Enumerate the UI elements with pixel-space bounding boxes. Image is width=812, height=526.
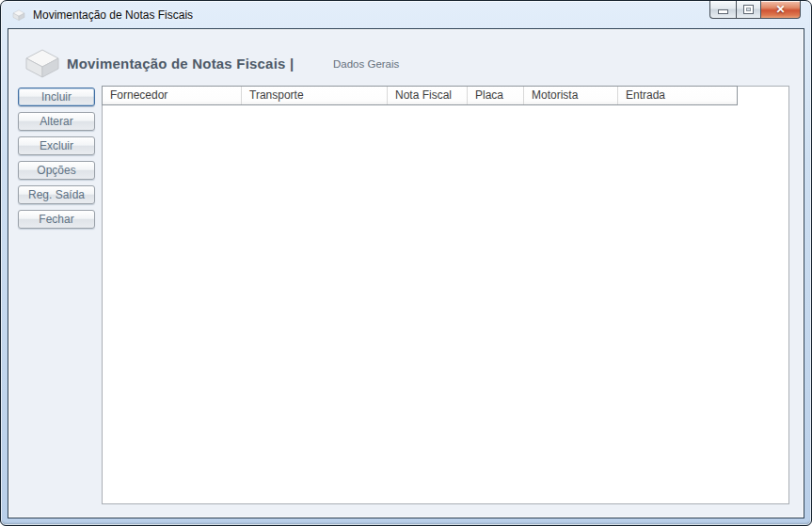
minimize-icon (719, 10, 727, 13)
grid-header: Fornecedor Transporte Nota Fiscal Placa … (102, 86, 738, 105)
grid-body-empty[interactable] (103, 105, 788, 503)
column-header-motorista[interactable]: Motorista (524, 87, 618, 104)
titlebar[interactable]: Movimentação de Notas Fiscais (1, 1, 811, 28)
incluir-button[interactable]: Incluir (18, 88, 95, 106)
excluir-button[interactable]: Excluir (18, 136, 95, 155)
minimize-button[interactable] (709, 1, 736, 19)
close-icon: ✕ (775, 4, 785, 15)
box-icon (22, 46, 63, 80)
page-title: Movimentação de Notas Fiscais | (67, 56, 294, 72)
client-area: Movimentação de Notas Fiscais | Dados Ge… (8, 28, 804, 518)
action-buttons: Incluir Alterar Excluir Opções Reg. Saíd… (18, 88, 95, 229)
opcoes-button[interactable]: Opções (18, 161, 95, 180)
column-header-fornecedor[interactable]: Fornecedor (103, 87, 242, 104)
alterar-button[interactable]: Alterar (18, 112, 95, 131)
fechar-button[interactable]: Fechar (18, 210, 95, 229)
app-window: Movimentação de Notas Fiscais ✕ Moviment… (0, 0, 812, 526)
maximize-icon (744, 6, 753, 13)
close-button[interactable]: ✕ (761, 1, 801, 19)
column-header-nota-fiscal[interactable]: Nota Fiscal (388, 87, 468, 104)
reg-saida-button[interactable]: Reg. Saída (18, 185, 95, 204)
window-controls: ✕ (709, 1, 801, 19)
page-subtitle: Dados Gerais (333, 58, 399, 70)
window-title: Movimentação de Notas Fiscais (33, 8, 193, 22)
column-header-transporte[interactable]: Transporte (242, 87, 388, 104)
column-header-placa[interactable]: Placa (468, 87, 524, 104)
notas-fiscais-grid: Fornecedor Transporte Nota Fiscal Placa … (102, 86, 789, 504)
app-icon (11, 8, 26, 22)
maximize-button[interactable] (736, 1, 761, 19)
column-header-entrada[interactable]: Entrada (618, 87, 737, 104)
